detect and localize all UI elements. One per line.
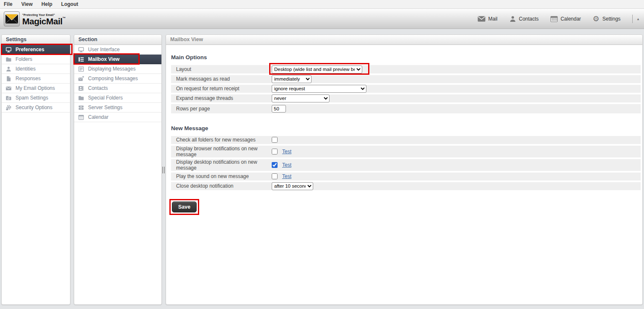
menu-help[interactable]: Help [42,1,52,7]
section-item-user-interface[interactable]: User Interface [74,45,161,55]
mark-read-select[interactable]: immediately [272,75,312,83]
taskbar-mail-button[interactable]: Mail [478,16,498,22]
section-item-label: User Interface [88,47,119,52]
expand-threads-label: Expand message threads [176,95,272,101]
close-notification-select[interactable]: after 10 seconds [272,182,313,190]
new-message-heading: New Message [171,125,641,131]
taskbar-calendar-button[interactable]: Calendar [551,16,581,22]
option-row-desktop-notifications: Display desktop notifications on new mes… [171,159,641,171]
option-row-mark-read: Mark messages as read immediately [171,75,641,83]
taskbar-calendar-label: Calendar [561,16,581,22]
check-all-folders-checkbox[interactable] [272,137,278,143]
section-item-mailbox-view[interactable]: Mailbox View [74,55,161,64]
calendar-icon [551,16,558,22]
menu-logout[interactable]: Logout [61,1,78,7]
folder-icon [78,94,84,101]
section-item-label: Contacts [88,85,108,91]
list-icon [78,56,84,63]
option-row-check-all-folders: Check all folders for new messages [171,136,641,144]
monitor-icon [5,46,12,53]
rows-per-page-input[interactable] [272,105,286,113]
mark-read-label: Mark messages as read [176,76,272,82]
expand-threads-select[interactable]: never [272,94,330,102]
return-receipt-select[interactable]: ignore request [272,85,366,93]
browser-notifications-label: Display browser notifications on new mes… [176,146,272,157]
column-splitter-handle[interactable] [162,167,165,173]
section-item-composing-messages[interactable]: Composing Messages [74,74,161,84]
magicmail-settings-page: File View Help Logout [0,0,644,309]
sidebar-item-label: My Email Options [16,85,55,91]
sidebar-item-responses[interactable]: Responses [2,74,70,84]
sidebar-item-label: Preferences [16,47,44,52]
menu-file[interactable]: File [4,1,13,7]
header-bar: "Protecting Your Email" MagicMail™ Mail … [0,9,644,29]
close-notification-label: Close desktop notification [176,183,272,189]
sidebar-item-preferences[interactable]: Preferences [2,45,70,55]
sidebar-item-label: Spam Settings [16,95,48,101]
taskbar-contacts-button[interactable]: Contacts [509,16,539,22]
taskbar-mail-label: Mail [488,16,498,22]
section-item-calendar[interactable]: Calendar [74,113,161,122]
brand-name: MagicMail™ [22,17,65,26]
sidebar-item-label: Folders [16,56,32,62]
play-sound-test-link[interactable]: Test [282,173,291,179]
security-gear-icon [5,104,12,111]
panel-title: Mailbox View [166,35,642,45]
brand-logo: "Protecting Your Email" MagicMail™ [4,11,65,28]
gear-icon: ⚙ [593,15,600,23]
option-row-play-sound: Play the sound on new message Test [171,173,641,181]
calendar-icon [78,114,84,120]
option-row-expand-threads: Expand message threads never [171,94,641,102]
section-item-label: Composing Messages [88,76,138,81]
section-item-server-settings[interactable]: Server Settings [74,103,161,113]
play-sound-label: Play the sound on new message [176,173,272,179]
option-row-return-receipt: On request for return receipt ignore req… [171,85,641,93]
settings-nav-panel: Settings Preferences Folders Identities … [1,34,70,305]
layout-select[interactable]: Desktop (wide list and mail preview belo… [272,65,362,73]
server-icon [78,104,84,111]
section-nav-title: Section [74,35,161,45]
sidebar-item-my-email-options[interactable]: My Email Options [2,84,70,93]
contact-card-icon [78,85,84,92]
layout-label: Layout [176,66,272,72]
trademark-symbol: ™ [62,16,66,20]
sidebar-item-folders[interactable]: Folders [2,55,70,64]
check-all-folders-label: Check all folders for new messages [176,137,272,143]
desktop-notifications-test-link[interactable]: Test [282,162,291,168]
document-icon [5,75,12,82]
message-page-icon [78,65,84,72]
sidebar-item-label: Security Options [16,105,52,110]
option-row-close-notification: Close desktop notification after 10 seco… [171,182,641,190]
sidebar-item-spam-settings[interactable]: Spam Settings [2,93,70,103]
menu-bar: File View Help Logout [0,0,644,9]
taskbar-settings-button[interactable]: ⚙ Settings [593,15,621,23]
taskbar-contacts-label: Contacts [519,16,539,22]
play-sound-checkbox[interactable] [272,173,278,179]
browser-notifications-test-link[interactable]: Test [282,149,291,154]
folder-icon [5,56,12,63]
envelope-icon [5,85,12,92]
section-item-special-folders[interactable]: Special Folders [74,93,161,103]
settings-nav-title: Settings [2,35,70,45]
chevron-up-icon[interactable]: ▲ [635,16,641,22]
taskbar-divider [632,15,633,23]
sidebar-item-identities[interactable]: Identities [2,64,70,74]
browser-notifications-checkbox[interactable] [272,149,278,154]
save-button[interactable]: Save [172,202,197,212]
section-item-displaying-messages[interactable]: Displaying Messages [74,64,161,74]
section-item-label: Mailbox View [88,56,119,62]
taskbar: Mail Contacts Calendar ⚙ Settings ▲ [478,9,642,29]
section-item-contacts[interactable]: Contacts [74,84,161,93]
desktop-notifications-checkbox[interactable] [272,162,278,168]
sidebar-item-label: Identities [16,66,36,72]
monitor-icon [78,46,84,53]
mail-icon [478,16,486,22]
section-item-label: Special Folders [88,95,123,101]
envelope-logo-icon [4,11,20,28]
contacts-icon [509,16,516,22]
sidebar-item-security-options[interactable]: Security Options [2,103,70,113]
option-row-layout: Layout Desktop (wide list and mail previ… [171,65,641,73]
menu-view[interactable]: View [21,1,33,7]
option-row-browser-notifications: Display browser notifications on new mes… [171,146,641,157]
desktop-notifications-label: Display desktop notifications on new mes… [176,159,272,171]
